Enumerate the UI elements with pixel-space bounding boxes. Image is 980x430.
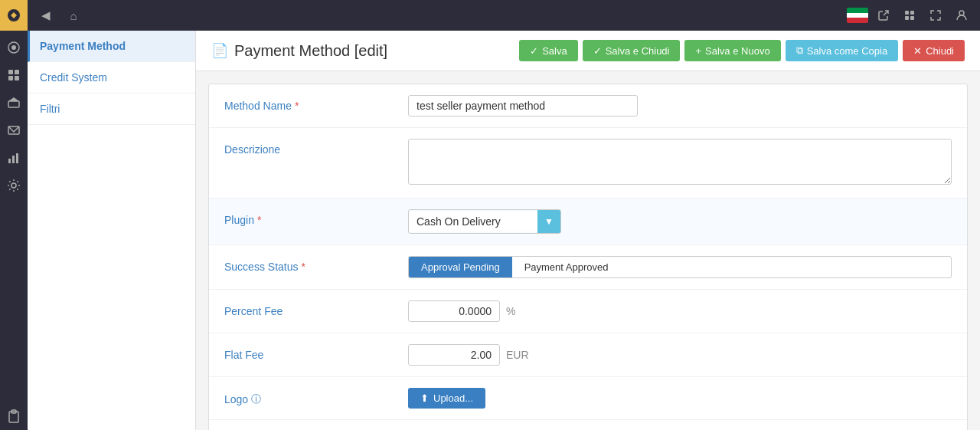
- page-title-icon: 📄: [211, 42, 228, 59]
- svg-rect-6: [15, 76, 19, 80]
- save-close-button[interactable]: ✓ Salva e Chiudi: [583, 40, 681, 61]
- page-content: 📄 Payment Method [edit] ✓ Salva ✓ Salva …: [196, 31, 980, 430]
- content-row: Payment Method Credit System Filtri 📄 Pa…: [28, 31, 980, 430]
- method-name-control: [408, 95, 952, 117]
- payment-approved-button[interactable]: Payment Approved: [512, 257, 621, 277]
- method-name-required: *: [295, 100, 299, 112]
- approval-pending-button[interactable]: Approval Pending: [409, 257, 512, 277]
- nav-dashboard-icon[interactable]: [0, 34, 28, 61]
- plugin-select-value: Cash On Delivery: [409, 212, 537, 231]
- save-new-button[interactable]: + Salva e Nuovo: [684, 40, 780, 61]
- success-status-required: *: [302, 261, 305, 273]
- sidebar-item-credit-system[interactable]: Credit System: [28, 62, 195, 94]
- svg-rect-10: [8, 159, 11, 163]
- method-name-row: Method Name *: [209, 84, 967, 128]
- description-label: Descrizione: [224, 139, 408, 156]
- svg-rect-11: [12, 156, 15, 163]
- success-status-row: Success Status * Approval Pending Paymen…: [209, 245, 967, 290]
- percent-fee-wrap: %: [408, 300, 952, 322]
- plugin-required: *: [257, 214, 261, 226]
- save-check-icon: ✓: [530, 45, 538, 57]
- flat-fee-suffix: EUR: [506, 349, 529, 361]
- svg-rect-12: [16, 153, 18, 163]
- percent-fee-control: %: [408, 300, 952, 322]
- page-header: 📄 Payment Method [edit] ✓ Salva ✓ Salva …: [196, 31, 980, 71]
- svg-rect-19: [910, 16, 914, 20]
- sidebar-item-filtri[interactable]: Filtri: [28, 94, 195, 125]
- language-flag[interactable]: [847, 8, 868, 23]
- percent-fee-label: Percent Fee: [224, 300, 408, 317]
- save-button[interactable]: ✓ Salva: [519, 40, 578, 61]
- fullscreen-button[interactable]: [925, 5, 946, 26]
- external-link-button[interactable]: [873, 5, 894, 26]
- copy-icon: ⧉: [796, 44, 803, 57]
- nav-chart-icon[interactable]: [0, 144, 28, 172]
- percent-suffix: %: [506, 305, 515, 317]
- app-logo[interactable]: [0, 0, 28, 31]
- nav-mail-icon[interactable]: [0, 117, 28, 144]
- flat-fee-row: Flat Fee EUR: [209, 333, 967, 377]
- svg-rect-4: [15, 70, 19, 74]
- page-title: 📄 Payment Method [edit]: [211, 42, 387, 60]
- percent-fee-input[interactable]: [408, 300, 500, 322]
- svg-marker-8: [8, 97, 19, 101]
- joomla-button[interactable]: [899, 5, 920, 26]
- svg-rect-7: [8, 101, 19, 107]
- status-toggle-group: Approval Pending Payment Approved: [408, 256, 952, 278]
- flat-fee-wrap: EUR: [408, 344, 952, 366]
- logo-row: Logo ⓘ ⬆ Upload...: [209, 377, 967, 420]
- svg-rect-16: [905, 11, 909, 15]
- save-copy-button[interactable]: ⧉ Salva come Copia: [786, 40, 899, 61]
- nav-settings-icon[interactable]: [0, 172, 28, 199]
- plugin-select[interactable]: Cash On Delivery ▼: [408, 209, 561, 234]
- topnav: ◀ ⌂: [28, 0, 980, 31]
- icon-bar: [0, 0, 28, 430]
- logo-control: ⬆ Upload...: [408, 388, 952, 409]
- nav-clipboard-icon[interactable]: [0, 402, 28, 430]
- svg-rect-18: [905, 16, 909, 20]
- home-button[interactable]: ⌂: [63, 5, 84, 26]
- form-area: Method Name * Descrizione: [208, 84, 968, 430]
- save-new-plus-icon: +: [695, 45, 701, 57]
- sidebar-item-payment-method[interactable]: Payment Method: [28, 31, 195, 62]
- flat-fee-input[interactable]: [408, 344, 500, 366]
- upload-icon: ⬆: [420, 392, 429, 404]
- svg-rect-5: [8, 76, 13, 80]
- method-name-input[interactable]: [408, 95, 638, 117]
- close-button[interactable]: ✕ Chiudi: [903, 40, 965, 61]
- svg-rect-3: [8, 70, 13, 74]
- flat-fee-control: EUR: [408, 344, 952, 366]
- nav-users-icon[interactable]: [0, 61, 28, 89]
- main-wrap: ◀ ⌂ Payment Method Credit: [28, 0, 980, 430]
- svg-point-2: [11, 45, 16, 50]
- success-status-control: Approval Pending Payment Approved: [408, 256, 952, 278]
- description-control: [408, 139, 952, 187]
- success-status-label: Success Status *: [224, 256, 408, 273]
- svg-point-13: [11, 183, 16, 188]
- close-x-icon: ✕: [913, 45, 922, 57]
- svg-rect-17: [910, 11, 914, 15]
- save-close-check-icon: ✓: [593, 45, 602, 57]
- back-button[interactable]: ◀: [35, 5, 57, 26]
- plugin-control: Cash On Delivery ▼: [408, 209, 952, 234]
- sidebar: Payment Method Credit System Filtri: [28, 31, 196, 430]
- description-row: Descrizione: [209, 128, 967, 199]
- flat-fee-label: Flat Fee: [224, 344, 408, 361]
- description-textarea[interactable]: [408, 139, 952, 185]
- percent-fee-row: Percent Fee %: [209, 290, 967, 333]
- logo-help-icon[interactable]: ⓘ: [251, 392, 261, 406]
- guest-checkout-row: Allow in Guest Checkout * ⓘ: [209, 420, 967, 430]
- upload-button[interactable]: ⬆ Upload...: [408, 388, 485, 409]
- method-name-label: Method Name *: [224, 95, 408, 112]
- plugin-label: Plugin *: [224, 209, 408, 226]
- logo-label: Logo ⓘ: [224, 388, 408, 406]
- svg-point-20: [959, 11, 964, 15]
- nav-bank-icon[interactable]: [0, 89, 28, 117]
- plugin-dropdown-arrow[interactable]: ▼: [537, 210, 560, 233]
- user-button[interactable]: [951, 5, 972, 26]
- header-actions: ✓ Salva ✓ Salva e Chiudi + Salva e Nuovo…: [519, 40, 965, 61]
- plugin-row: Plugin * Cash On Delivery ▼: [209, 199, 967, 245]
